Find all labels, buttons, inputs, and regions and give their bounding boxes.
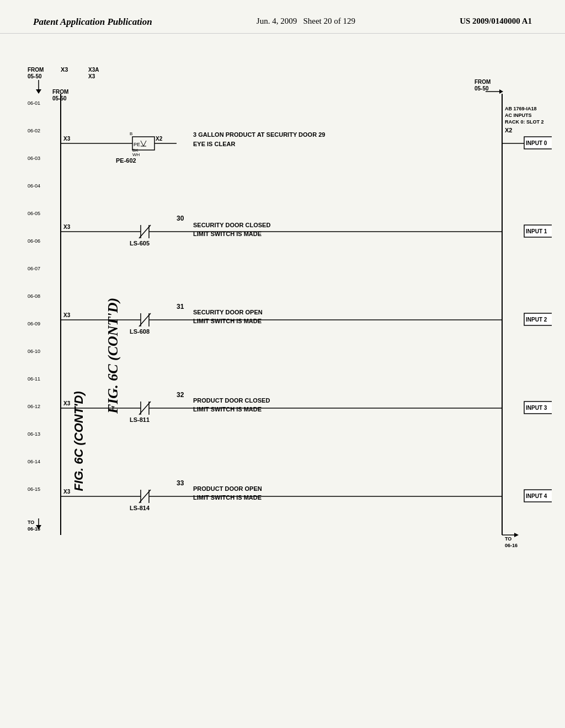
svg-text:06-16: 06-16 bbox=[505, 543, 518, 548]
publication-label: Patent Application Publication bbox=[33, 17, 152, 28]
date-sheet: Jun. 4, 2009 Sheet 20 of 129 bbox=[257, 17, 355, 26]
svg-text:X2: X2 bbox=[505, 127, 512, 133]
svg-line-33 bbox=[143, 141, 146, 146]
svg-text:30: 30 bbox=[177, 215, 184, 222]
svg-text:06-11: 06-11 bbox=[28, 376, 40, 382]
svg-text:31: 31 bbox=[177, 303, 184, 311]
svg-line-32 bbox=[141, 141, 143, 146]
svg-text:PE-602: PE-602 bbox=[116, 157, 136, 164]
fig-title-svg: FIG. 6C (CONT'D) bbox=[72, 391, 86, 491]
svg-text:PE: PE bbox=[134, 142, 140, 147]
svg-text:INPUT 1: INPUT 1 bbox=[526, 228, 547, 234]
svg-text:3 GALLON PRODUCT AT SECURITY D: 3 GALLON PRODUCT AT SECURITY DOOR 29 bbox=[193, 131, 325, 138]
svg-text:06-07: 06-07 bbox=[28, 266, 40, 271]
svg-text:SECURITY DOOR CLOSED: SECURITY DOOR CLOSED bbox=[193, 222, 270, 228]
svg-text:LS-605: LS-605 bbox=[130, 240, 150, 247]
svg-text:X3: X3 bbox=[63, 312, 71, 318]
svg-text:06-08: 06-08 bbox=[28, 293, 40, 299]
page: Patent Application Publication Jun. 4, 2… bbox=[0, 0, 565, 728]
svg-text:EYE IS CLEAR: EYE IS CLEAR bbox=[193, 141, 235, 147]
svg-marker-51 bbox=[499, 89, 503, 94]
svg-text:B: B bbox=[130, 131, 132, 136]
svg-text:FROM: FROM bbox=[475, 79, 491, 85]
svg-text:06-14: 06-14 bbox=[28, 459, 40, 464]
svg-text:INPUT 2: INPUT 2 bbox=[526, 317, 547, 323]
svg-text:LIMIT SWITCH IS MADE: LIMIT SWITCH IS MADE bbox=[193, 494, 262, 501]
svg-text:TO: TO bbox=[28, 520, 34, 525]
svg-text:SECURITY DOOR OPEN: SECURITY DOOR OPEN bbox=[193, 309, 263, 315]
svg-text:06-15: 06-15 bbox=[28, 486, 40, 492]
svg-text:06-02: 06-02 bbox=[28, 128, 40, 133]
patent-number: US 2009/0140000 A1 bbox=[460, 17, 532, 26]
svg-text:06-10: 06-10 bbox=[28, 349, 40, 354]
svg-text:AB 1769-IA18: AB 1769-IA18 bbox=[505, 106, 537, 111]
from-label-top: FROM bbox=[28, 67, 44, 73]
svg-text:LIMIT SWITCH IS MADE: LIMIT SWITCH IS MADE bbox=[193, 406, 262, 413]
svg-text:TO: TO bbox=[505, 536, 511, 542]
svg-text:05-50: 05-50 bbox=[475, 85, 489, 92]
svg-text:06-09: 06-09 bbox=[28, 321, 40, 326]
svg-text:LIMIT SWITCH IS MADE: LIMIT SWITCH IS MADE bbox=[193, 318, 262, 324]
ladder-diagram: FROM 05-50 X3 X3A X3 06-01 06-02 06-03 0… bbox=[22, 55, 552, 695]
svg-text:RACK 0: SLOT 2: RACK 0: SLOT 2 bbox=[505, 119, 544, 125]
sheet-number: Sheet 20 of 129 bbox=[303, 17, 355, 25]
page-header: Patent Application Publication Jun. 4, 2… bbox=[0, 0, 565, 34]
svg-text:X3: X3 bbox=[63, 489, 71, 495]
svg-text:LS-811: LS-811 bbox=[130, 416, 150, 423]
svg-text:33: 33 bbox=[177, 479, 184, 487]
svg-text:INPUT 4: INPUT 4 bbox=[526, 493, 547, 499]
svg-text:06-01: 06-01 bbox=[28, 100, 40, 106]
diagram-area: FIG. 6C (CONT'D) FROM 05-50 X3 X3A X3 06… bbox=[22, 55, 543, 711]
svg-text:PRODUCT DOOR OPEN: PRODUCT DOOR OPEN bbox=[193, 485, 262, 492]
svg-text:LS-814: LS-814 bbox=[130, 505, 150, 511]
svg-text:LS-608: LS-608 bbox=[130, 328, 150, 335]
svg-text:INPUT 0: INPUT 0 bbox=[526, 140, 547, 146]
svg-text:06-05: 06-05 bbox=[28, 211, 40, 216]
svg-text:INPUT 3: INPUT 3 bbox=[526, 405, 547, 411]
svg-text:32: 32 bbox=[177, 391, 184, 399]
svg-text:X3A: X3A bbox=[88, 67, 99, 73]
svg-text:AC INPUTS: AC INPUTS bbox=[505, 113, 532, 118]
svg-text:X3: X3 bbox=[63, 400, 71, 406]
svg-text:WH: WH bbox=[132, 152, 140, 157]
svg-text:X2: X2 bbox=[156, 136, 163, 142]
svg-text:FROM: FROM bbox=[52, 89, 68, 95]
svg-text:X3: X3 bbox=[63, 136, 71, 142]
svg-text:05-50: 05-50 bbox=[52, 95, 67, 101]
svg-text:05-50: 05-50 bbox=[28, 73, 42, 79]
svg-text:06-04: 06-04 bbox=[28, 183, 40, 189]
svg-text:06-13: 06-13 bbox=[28, 431, 40, 437]
svg-text:X3: X3 bbox=[63, 224, 71, 230]
svg-text:LIMIT SWITCH IS MADE: LIMIT SWITCH IS MADE bbox=[193, 231, 262, 237]
svg-text:X3: X3 bbox=[88, 73, 95, 79]
date: Jun. 4, 2009 bbox=[257, 17, 297, 25]
svg-text:PRODUCT DOOR CLOSED: PRODUCT DOOR CLOSED bbox=[193, 397, 270, 404]
svg-marker-2 bbox=[36, 89, 41, 94]
svg-text:06-03: 06-03 bbox=[28, 156, 40, 161]
svg-text:X3: X3 bbox=[61, 66, 68, 73]
svg-text:06-12: 06-12 bbox=[28, 404, 40, 409]
svg-text:06-06: 06-06 bbox=[28, 238, 40, 244]
svg-marker-110 bbox=[514, 533, 519, 537]
